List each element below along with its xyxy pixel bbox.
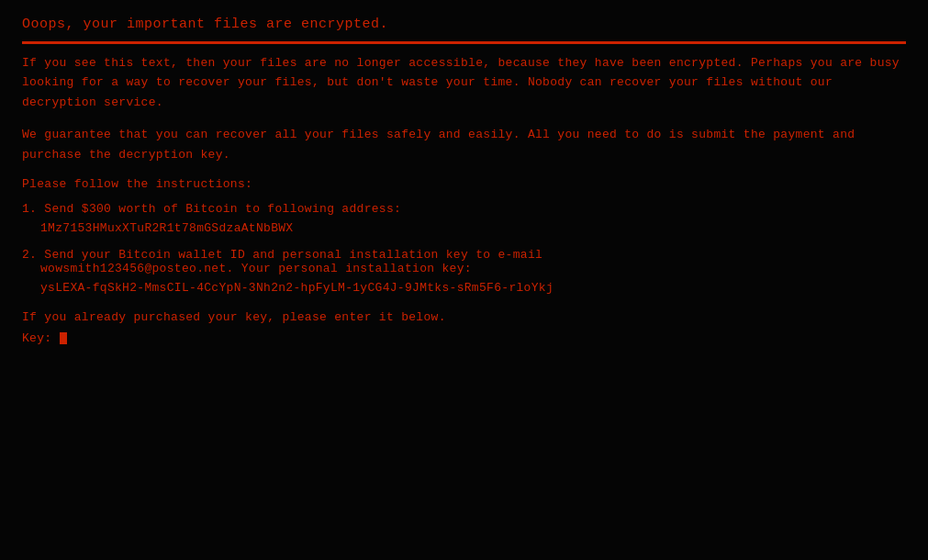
- key-input-line[interactable]: Key:: [22, 331, 906, 345]
- step2-email: wowsmith123456@posteo.net. Your personal…: [40, 262, 472, 275]
- ransomware-screen: Ooops, your important files are encrypte…: [0, 0, 928, 560]
- bitcoin-address: 1Mz7153HMuxXTuR2R1t78mGSdzaAtNbBWX: [40, 221, 906, 235]
- personal-key: ysLEXA-fqSkH2-MmsCIL-4CcYpN-3Nh2n2-hpFyL…: [40, 281, 906, 295]
- paragraph2: We guarantee that you can recover all yo…: [22, 125, 906, 164]
- title: Ooops, your important files are encrypte…: [22, 17, 906, 32]
- key-entry-label: If you already purchased your key, pleas…: [22, 308, 906, 327]
- red-divider: [22, 41, 906, 44]
- step2-text: 2. Send your Bitcoin wallet ID and perso…: [22, 248, 542, 262]
- cursor-icon: [60, 332, 67, 344]
- instructions-header: Please follow the instructions:: [22, 177, 906, 191]
- step2-label: 2. Send your Bitcoin wallet ID and perso…: [22, 248, 906, 275]
- step1-label: 1. Send $300 worth of Bitcoin to followi…: [22, 202, 906, 216]
- key-prompt: Key:: [22, 331, 60, 345]
- paragraph1: If you see this text, then your files ar…: [22, 53, 906, 112]
